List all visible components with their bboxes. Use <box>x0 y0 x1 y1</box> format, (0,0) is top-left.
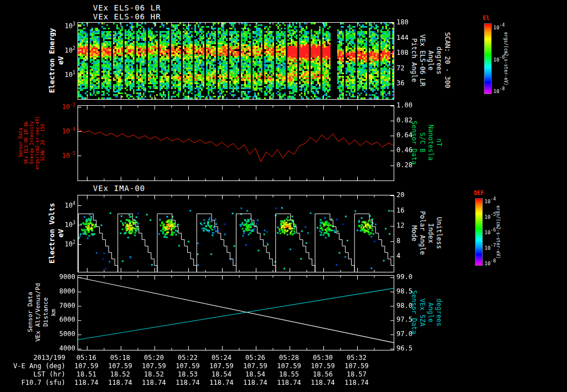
footer-value-0-3: 107.59 <box>171 363 204 370</box>
footer-value-1-1: 18.52 <box>104 371 137 378</box>
footer-date-label: 2013/199 <box>0 354 65 362</box>
footer-time-0: 05:16 <box>70 354 103 362</box>
footer-value-0-7: 107.59 <box>306 363 339 370</box>
footer-value-0-4: 107.59 <box>205 363 238 370</box>
footer-time-7: 05:30 <box>306 354 339 362</box>
footer-value-1-7: 18.56 <box>306 371 339 378</box>
footer-value-0-8: 107.59 <box>340 363 373 370</box>
footer-value-2-4: 118.74 <box>205 379 238 386</box>
footer-value-0-0: 107.59 <box>70 363 103 370</box>
footer-value-1-5: 18.54 <box>239 371 272 378</box>
footer-value-1-0: 18.51 <box>70 371 103 378</box>
footer-value-2-8: 118.74 <box>340 379 373 386</box>
footer-value-2-1: 118.74 <box>104 379 137 386</box>
footer-value-0-1: 107.59 <box>104 363 137 370</box>
footer-value-1-2: 18.52 <box>137 371 171 378</box>
footer-value-2-3: 118.74 <box>171 379 204 386</box>
footer-value-2-6: 118.74 <box>272 379 306 386</box>
footer-row-label-0: V-E Ang (deg) <box>0 363 65 370</box>
footer-value-1-4: 18.54 <box>205 371 238 378</box>
footer-row-label-1: LST (hr) <box>0 371 65 378</box>
footer-value-2-0: 118.74 <box>70 379 103 386</box>
footer-value-2-2: 118.74 <box>137 379 171 386</box>
footer-value-1-6: 18.55 <box>272 371 306 378</box>
footer-value-2-7: 118.74 <box>306 379 339 386</box>
footer-time-6: 05:28 <box>272 354 306 362</box>
footer-value-2-5: 118.74 <box>239 379 272 386</box>
footer-time-5: 05:26 <box>239 354 272 362</box>
footer-value-0-2: 107.59 <box>137 363 171 370</box>
footer-layer: 2013/19905:1605:1805:2005:2205:2405:2605… <box>0 0 567 392</box>
footer-time-1: 05:18 <box>104 354 137 362</box>
footer-time-4: 05:24 <box>205 354 238 362</box>
footer-time-2: 05:20 <box>137 354 171 362</box>
footer-time-3: 05:22 <box>171 354 204 362</box>
footer-value-1-3: 18.53 <box>171 371 204 378</box>
vex-quicklook-plot: VEx ELS-06 LR VEx ELS-06 HR VEx IMA-00 E… <box>0 0 567 392</box>
footer-value-1-8: 18.57 <box>340 371 373 378</box>
footer-value-0-5: 107.59 <box>239 363 272 370</box>
footer-value-0-6: 107.59 <box>272 363 306 370</box>
footer-row-label-2: F10.7 (sfu) <box>0 379 65 386</box>
footer-time-8: 05:32 <box>340 354 373 362</box>
